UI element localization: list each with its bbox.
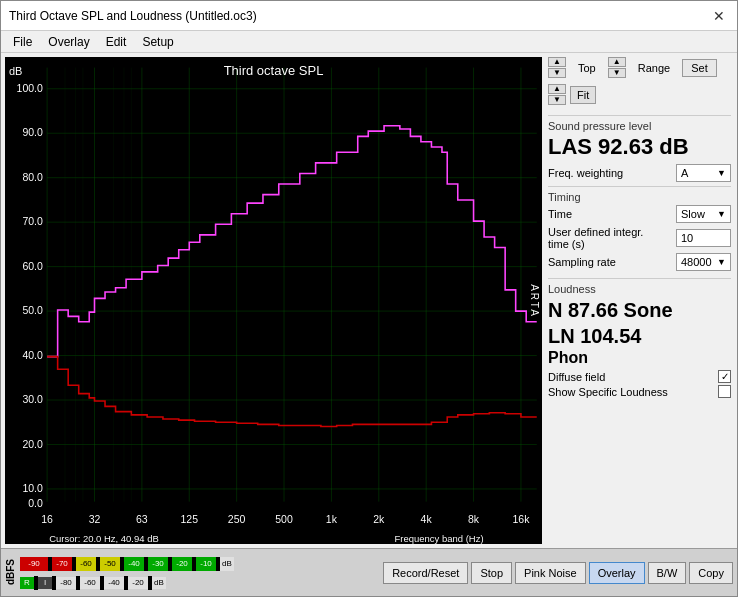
- bottom-buttons: Record/Reset Stop Pink Noise Overlay B/W…: [379, 549, 737, 596]
- svg-text:1k: 1k: [326, 513, 338, 525]
- svg-text:70.0: 70.0: [22, 215, 43, 227]
- svg-text:16: 16: [41, 513, 53, 525]
- seg-m70: -70: [52, 557, 72, 571]
- seg-db2: dB: [152, 577, 166, 589]
- show-specific-checkbox[interactable]: [718, 385, 731, 398]
- meter-wrapper: -90 -70 -60 -50 -40 -30 -20: [20, 552, 375, 594]
- freq-weighting-dropdown[interactable]: A ▼: [676, 164, 731, 182]
- seg-m30: -30: [148, 557, 168, 571]
- fit-down-button[interactable]: ▼: [548, 95, 566, 105]
- seg-m60b: -60: [80, 577, 100, 589]
- bw-button[interactable]: B/W: [648, 562, 687, 584]
- chart-db-label: dB: [9, 65, 22, 77]
- seg-r: R: [20, 577, 34, 589]
- menu-bar: File Overlay Edit Setup: [1, 31, 737, 53]
- sampling-rate-dropdown[interactable]: 48000 ▼: [676, 253, 731, 271]
- main-content: Third octave SPL dB ARTA: [1, 53, 737, 548]
- freq-weighting-row: Freq. weighting A ▼: [548, 164, 731, 182]
- pink-noise-button[interactable]: Pink Noise: [515, 562, 586, 584]
- diffuse-field-label: Diffuse field: [548, 371, 605, 383]
- time-dropdown-arrow-icon: ▼: [717, 209, 726, 219]
- sampling-rate-value: 48000: [681, 256, 712, 268]
- meter-top-row: -90 -70 -60 -50 -40 -30 -20: [20, 554, 375, 574]
- seg-m60: -60: [76, 557, 96, 571]
- menu-file[interactable]: File: [5, 33, 40, 51]
- range-up-button[interactable]: ▲: [608, 57, 626, 67]
- range-label: Range: [634, 62, 674, 74]
- timing-section: Timing Time Slow ▼ User defined integr. …: [548, 186, 731, 274]
- user-defined-row: User defined integr. time (s): [548, 226, 731, 250]
- show-specific-label: Show Specific Loudness: [548, 386, 668, 398]
- window-title: Third Octave SPL and Loudness (Untitled.…: [9, 9, 257, 23]
- top-label: Top: [574, 62, 600, 74]
- menu-edit[interactable]: Edit: [98, 33, 135, 51]
- chart-title: Third octave SPL: [224, 63, 324, 78]
- seg-i: I: [38, 577, 52, 589]
- menu-overlay[interactable]: Overlay: [40, 33, 97, 51]
- seg-m50: -50: [100, 557, 120, 571]
- top-controls: ▲ ▼ Top ▲ ▼ Range Set: [548, 57, 731, 78]
- range-down-button[interactable]: ▼: [608, 68, 626, 78]
- seg-m80: -80: [56, 577, 76, 589]
- overlay-button[interactable]: Overlay: [589, 562, 645, 584]
- fit-up-button[interactable]: ▲: [548, 84, 566, 94]
- loudness-ln-value: LN 104.54: [548, 323, 731, 349]
- svg-text:0.0: 0.0: [28, 497, 43, 509]
- seg-db1: dB: [220, 557, 234, 571]
- loudness-phon: Phon: [548, 349, 731, 367]
- fit-button[interactable]: Fit: [570, 86, 596, 104]
- svg-text:500: 500: [275, 513, 293, 525]
- meter-bottom-row: R I -80 -60 -40 -20 dB: [20, 574, 375, 592]
- title-bar: Third Octave SPL and Loudness (Untitled.…: [1, 1, 737, 31]
- dbfs-label: dBFS: [5, 559, 16, 585]
- loudness-n-value: N 87.66 Sone: [548, 297, 731, 323]
- sampling-rate-arrow-icon: ▼: [717, 257, 726, 267]
- show-specific-row: Show Specific Loudness: [548, 385, 731, 398]
- sampling-rate-label: Sampling rate: [548, 256, 616, 268]
- main-window: Third Octave SPL and Loudness (Untitled.…: [0, 0, 738, 597]
- dbfs-section: dBFS -90 -70 -60 -50 -40: [1, 549, 379, 596]
- svg-text:20.0: 20.0: [22, 438, 43, 450]
- set-button[interactable]: Set: [682, 59, 717, 77]
- svg-text:30.0: 30.0: [22, 393, 43, 405]
- svg-rect-0: [5, 57, 542, 544]
- spl-section: Sound pressure level LAS 92.63 dB Freq. …: [548, 115, 731, 182]
- svg-text:8k: 8k: [468, 513, 480, 525]
- time-value: Slow: [681, 208, 705, 220]
- right-panel: ▲ ▼ Top ▲ ▼ Range Set ▲ ▼ Fit: [542, 53, 737, 548]
- arta-label: ARTA: [529, 284, 540, 318]
- seg-m40: -40: [124, 557, 144, 571]
- dropdown-arrow-icon: ▼: [717, 168, 726, 178]
- seg-m10: -10: [196, 557, 216, 571]
- bottom-bar: dBFS -90 -70 -60 -50 -40: [1, 548, 737, 596]
- svg-text:50.0: 50.0: [22, 304, 43, 316]
- chart-area: Third octave SPL dB ARTA: [5, 57, 542, 544]
- time-label: Time: [548, 208, 572, 220]
- freq-weighting-value: A: [681, 167, 688, 179]
- spl-value: LAS 92.63 dB: [548, 134, 731, 160]
- seg-m20b: -20: [128, 577, 148, 589]
- loudness-section-label: Loudness: [548, 283, 731, 295]
- svg-text:Frequency band (Hz): Frequency band (Hz): [395, 533, 484, 544]
- menu-setup[interactable]: Setup: [134, 33, 181, 51]
- svg-text:125: 125: [180, 513, 198, 525]
- top-up-button[interactable]: ▲: [548, 57, 566, 67]
- top-down-button[interactable]: ▼: [548, 68, 566, 78]
- spl-section-label: Sound pressure level: [548, 120, 731, 132]
- copy-button[interactable]: Copy: [689, 562, 733, 584]
- stop-button[interactable]: Stop: [471, 562, 512, 584]
- time-dropdown[interactable]: Slow ▼: [676, 205, 731, 223]
- svg-text:4k: 4k: [421, 513, 433, 525]
- chart-svg: 100.0 90.0 80.0 70.0 60.0 50.0 40.0 30.0…: [5, 57, 542, 544]
- seg-m90: -90: [20, 557, 48, 571]
- user-defined-input[interactable]: [676, 229, 731, 247]
- svg-text:16k: 16k: [512, 513, 530, 525]
- time-row: Time Slow ▼: [548, 205, 731, 223]
- user-defined-label: User defined integr. time (s): [548, 226, 658, 250]
- close-button[interactable]: ✕: [709, 6, 729, 26]
- diffuse-field-checkbox[interactable]: [718, 370, 731, 383]
- svg-text:100.0: 100.0: [17, 82, 43, 94]
- seg-m20: -20: [172, 557, 192, 571]
- record-reset-button[interactable]: Record/Reset: [383, 562, 468, 584]
- svg-text:Cursor:  20.0 Hz, 40.94 dB: Cursor: 20.0 Hz, 40.94 dB: [49, 533, 159, 544]
